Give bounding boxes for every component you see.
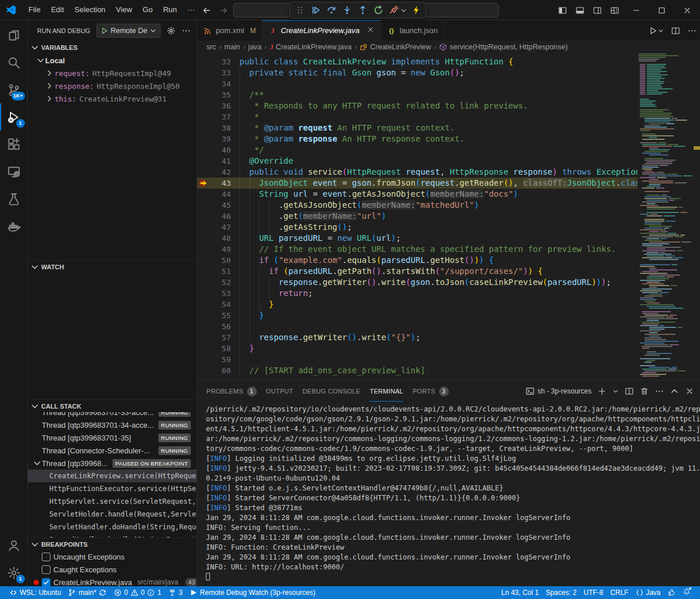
call-stack-thread[interactable]: Thread [qtp399683701-34-acce...RUNNING (28, 418, 197, 431)
gutter[interactable] (197, 111, 211, 122)
start-debug-icon[interactable] (100, 27, 108, 35)
continue-button[interactable] (309, 3, 322, 17)
gear-icon[interactable] (166, 26, 176, 35)
status-remote[interactable]: WSL: Ubuntu (6, 586, 64, 599)
status-debug-session[interactable]: Remote Debug Watch (3p-resources) (186, 586, 319, 599)
restart-button[interactable] (371, 3, 385, 17)
activity-item-account[interactable] (0, 532, 28, 559)
status-ports[interactable]: 3 (165, 586, 186, 599)
status-branch[interactable]: main* (64, 586, 110, 599)
panel-tab-terminal[interactable]: TERMINAL (369, 381, 403, 402)
gutter[interactable] (197, 365, 211, 376)
call-stack-thread[interactable]: Thread [Connector-Scheduler-...RUNNING (28, 444, 197, 457)
gutter[interactable] (197, 332, 211, 343)
editor-more-icon[interactable] (687, 26, 697, 35)
menu-item-run[interactable]: Run (158, 3, 182, 17)
maximize-panel-icon[interactable] (670, 387, 679, 396)
variables-header[interactable]: VARIABLES (28, 41, 197, 54)
disconnect-chevron-icon[interactable] (400, 6, 407, 15)
minimize-button[interactable] (623, 0, 649, 20)
gutter[interactable] (197, 255, 211, 266)
code-line-38[interactable]: 38 * @param request An HTTP request cont… (197, 122, 637, 133)
watch-header[interactable]: WATCH (28, 260, 197, 273)
terminal-dropdown-icon[interactable] (612, 387, 619, 396)
breakpoints-header[interactable]: BREAKPOINTS (28, 537, 197, 550)
menu-item-[interactable]: ··· (182, 3, 200, 17)
code-line-60[interactable]: 60// [START add_ons_case_preview_link] (197, 365, 637, 376)
code-line-57[interactable]: 57response.getWriter().write("{}"); (197, 332, 637, 343)
call-stack-thread[interactable]: Thread [qtp399683701-33-acce...RUNNING (28, 412, 197, 418)
status-cursor-position[interactable]: Ln 43, Col 1 (498, 586, 542, 599)
activity-item-remote-explorer[interactable] (0, 158, 28, 185)
status-notifications[interactable] (679, 586, 694, 599)
menu-item-file[interactable]: File (23, 3, 46, 17)
gutter[interactable] (197, 133, 211, 145)
new-terminal-icon[interactable] (597, 387, 607, 396)
code-line-51[interactable]: 51if (parsedURL.getPath().startsWith("/s… (197, 266, 637, 277)
gutter[interactable] (197, 299, 211, 310)
menu-item-edit[interactable]: Edit (46, 3, 69, 17)
code-line-42[interactable]: 42public void service(HttpRequest reques… (197, 167, 637, 178)
status-encoding[interactable]: UTF-8 (580, 586, 607, 599)
activity-item-search[interactable] (0, 49, 28, 76)
code-line-56[interactable]: 56 (197, 321, 637, 332)
code-line-58[interactable]: 58} (197, 343, 637, 354)
menu-item-go[interactable]: Go (137, 3, 158, 17)
call-stack-thread[interactable]: Thread [qtp39968...PAUSED ON BREAKPOINT (28, 457, 197, 470)
split-editor-icon[interactable] (671, 26, 680, 35)
stack-frame[interactable]: HttpServlet.service(ServletRequest,S (28, 495, 197, 508)
breadcrumb-item[interactable]: src (206, 43, 216, 51)
tab-pom-xml[interactable]: pom.xmlM (197, 20, 262, 41)
variable-row[interactable]: request:HttpRequestImpl@49 (28, 67, 197, 80)
customize-layout-button[interactable] (606, 0, 623, 20)
gutter[interactable] (197, 266, 211, 277)
gutter[interactable] (197, 145, 211, 156)
run-dropdown-chevron-icon[interactable] (658, 26, 664, 35)
step-into-button[interactable] (340, 3, 354, 17)
panel-more-icon[interactable] (655, 387, 664, 396)
code-line-35[interactable]: 35/** (197, 89, 637, 100)
code-line-36[interactable]: 36 * Responds to any HTTP request relate… (197, 100, 637, 111)
activity-item-testing[interactable] (0, 185, 28, 212)
stack-frame[interactable]: CreateLinkPreview.service(HttpReques (28, 470, 197, 482)
status-language-mode[interactable]: Java (632, 586, 664, 599)
code-editor[interactable]: 32public class CreateLinkPreview impleme… (197, 53, 700, 380)
more-actions-icon[interactable] (182, 26, 191, 35)
panel-tab-problems[interactable]: PROBLEMS1 (206, 381, 257, 402)
gutter[interactable] (197, 189, 211, 200)
gutter[interactable] (197, 67, 211, 78)
step-over-button[interactable] (324, 3, 338, 17)
code-line-39[interactable]: 39 * @param response An HTTP response co… (197, 133, 637, 145)
stack-frame[interactable]: HttpFunctionExecutor.service(HttpSer (28, 482, 197, 495)
code-line-50[interactable]: 50if ("example.com".equals(parsedURL.get… (197, 255, 637, 266)
code-line-55[interactable]: 55} (197, 310, 637, 321)
gutter[interactable] (197, 288, 211, 299)
stack-frame[interactable]: ServletHolder.handle(Request,Servlet (28, 508, 197, 521)
code-line-59[interactable]: 59 (197, 354, 637, 365)
gutter[interactable] (197, 167, 211, 178)
menu-item-selection[interactable]: Selection (69, 3, 110, 17)
stack-frame[interactable]: ScopedHandler.handle(String,Request, (28, 533, 197, 537)
panel-tab-debug-console[interactable]: DEBUG CONSOLE (303, 381, 361, 402)
activity-item-source-control[interactable]: 1K+ (0, 76, 28, 103)
breadcrumb-item[interactable]: JCreateLinkPreview.java (270, 43, 351, 52)
call-stack-header[interactable]: CALL STACK (28, 399, 197, 412)
call-stack-thread[interactable]: Thread [qtp399683701-35]RUNNING (28, 431, 197, 444)
status-indentation[interactable]: Spaces: 2 (542, 586, 580, 599)
tab-launch-json[interactable]: {}launch.json (381, 20, 444, 41)
gutter[interactable] (197, 310, 211, 321)
tab-createlinkpreview-java[interactable]: JCreateLinkPreview.java (262, 20, 381, 41)
activity-item-docker[interactable] (0, 212, 28, 240)
code-line-47[interactable]: 47.getAsString(); (197, 222, 637, 233)
gutter[interactable] (197, 211, 211, 222)
gutter[interactable] (197, 233, 211, 244)
code-line-43[interactable]: 43JsonObject event = gson.fromJson(reque… (197, 178, 637, 189)
breakpoint-checkbox[interactable] (42, 553, 50, 561)
gutter[interactable] (197, 244, 211, 255)
gutter[interactable] (197, 56, 211, 67)
gutter[interactable] (197, 343, 211, 354)
activity-item-extensions[interactable] (0, 131, 28, 158)
status-feedback[interactable] (664, 586, 679, 599)
panel-tab-ports[interactable]: PORTS3 (412, 381, 448, 402)
breakpoint-checkbox[interactable] (42, 578, 50, 587)
